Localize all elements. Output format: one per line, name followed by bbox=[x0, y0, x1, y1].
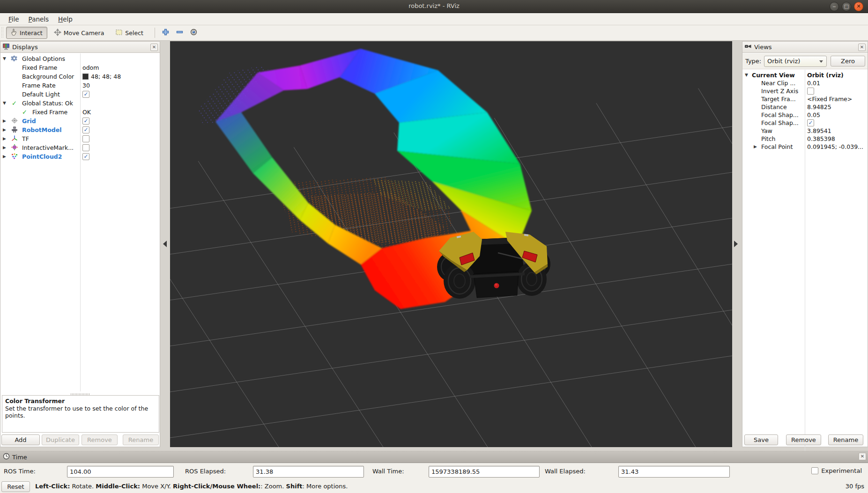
menu-file[interactable]: File bbox=[4, 15, 24, 23]
pointcloud-icon bbox=[11, 153, 18, 160]
tree-row-fixed-frame-status[interactable]: ✓ Fixed Frame OK bbox=[0, 108, 160, 117]
interact-tool-button[interactable]: Interact bbox=[6, 27, 47, 39]
toolbar-grip[interactable] bbox=[1, 27, 4, 38]
close-button[interactable]: ✕ bbox=[854, 2, 863, 11]
expander-closed-icon[interactable]: ▶ bbox=[3, 127, 7, 132]
tree-row-interactivemarkers[interactable]: ▶ InteractiveMark... bbox=[0, 143, 160, 152]
invert-z-checkbox[interactable] bbox=[807, 88, 814, 95]
displays-close-icon[interactable]: ✕ bbox=[150, 44, 158, 51]
move-camera-tool-button[interactable]: Move Camera bbox=[49, 27, 109, 39]
tree-row-pointcloud2[interactable]: ▶ PointCloud2 ✓ bbox=[0, 152, 160, 161]
time-panel: Time ✕ ROS Time: 104.00 ROS Elapsed: 31.… bbox=[0, 451, 868, 480]
move-camera-tool-label: Move Camera bbox=[64, 29, 104, 37]
displays-panel-header[interactable]: Displays ✕ bbox=[0, 42, 160, 53]
view-type-combobox[interactable]: Orbit (rviz) bbox=[764, 56, 827, 67]
save-view-button[interactable]: Save bbox=[744, 434, 778, 445]
expander-closed-icon[interactable]: ▶ bbox=[3, 154, 7, 159]
robot-model bbox=[437, 232, 550, 299]
time-close-icon[interactable]: ✕ bbox=[859, 453, 866, 460]
duplicate-display-button[interactable]: Duplicate bbox=[42, 434, 79, 445]
tree-row-default-light[interactable]: Default Light ✓ bbox=[0, 90, 160, 99]
expander-closed-icon[interactable]: ▶ bbox=[3, 118, 7, 123]
collapse-left-panel-arrow[interactable] bbox=[163, 241, 167, 247]
status-ok-check-icon: ✓ bbox=[22, 109, 30, 116]
add-tool-button[interactable] bbox=[160, 27, 172, 38]
menu-panels[interactable]: Panels bbox=[24, 15, 53, 23]
tree-row-focal-point[interactable]: ▶ Focal Point 0.091945; -0.039... bbox=[742, 142, 868, 151]
experimental-option: Experimental bbox=[811, 467, 862, 474]
minimize-button[interactable]: ‒ bbox=[830, 2, 839, 11]
monitor-icon bbox=[2, 43, 10, 52]
frame-rate-value[interactable]: 30 bbox=[82, 82, 90, 89]
tree-row-global-status[interactable]: ▼ ✓ Global Status: Ok bbox=[0, 99, 160, 108]
eye-icon bbox=[190, 29, 197, 37]
wall-time-input[interactable]: 1597338189.55 bbox=[429, 466, 540, 478]
displays-panel: Displays ✕ ▼ Global Options Fixed Frame … bbox=[0, 41, 160, 447]
toolbar-separator bbox=[155, 28, 155, 38]
experimental-checkbox[interactable] bbox=[811, 467, 818, 474]
tree-row-tf[interactable]: ▶ TF bbox=[0, 134, 160, 143]
select-tool-button[interactable]: Select bbox=[111, 27, 148, 39]
wall-elapsed-input[interactable]: 31.43 bbox=[618, 466, 730, 478]
tf-checkbox[interactable] bbox=[82, 135, 89, 142]
plus-icon bbox=[162, 29, 169, 37]
ros-time-input[interactable]: 104.00 bbox=[67, 466, 174, 478]
window-title: robot.rviz* - RViz bbox=[0, 2, 868, 9]
status-ok-check-icon: ✓ bbox=[12, 100, 19, 107]
view-type-row: Type: Orbit (rviz) Zero bbox=[742, 53, 868, 69]
expander-open-icon[interactable]: ▼ bbox=[3, 101, 7, 105]
tree-row-background-color[interactable]: Background Color 48; 48; 48 bbox=[0, 72, 160, 81]
color-swatch[interactable] bbox=[82, 74, 89, 80]
menu-help[interactable]: Help bbox=[53, 15, 77, 23]
reset-button[interactable]: Reset bbox=[1, 481, 30, 492]
zero-button[interactable]: Zero bbox=[831, 56, 865, 66]
add-display-button[interactable]: Add bbox=[1, 434, 40, 445]
views-panel-header[interactable]: Views ✕ bbox=[742, 42, 868, 53]
ros-elapsed-input[interactable]: 31.38 bbox=[253, 466, 364, 478]
tool-properties-button[interactable] bbox=[188, 27, 200, 38]
views-panel: Views ✕ Type: Orbit (rviz) Zero ▼ Curren… bbox=[742, 41, 868, 447]
expander-closed-icon[interactable]: ▶ bbox=[3, 145, 7, 150]
render-viewport-3d[interactable] bbox=[170, 41, 732, 447]
background-color-value[interactable]: 48; 48; 48 bbox=[91, 73, 121, 80]
grid-checkbox[interactable]: ✓ bbox=[82, 118, 89, 125]
default-light-checkbox[interactable]: ✓ bbox=[82, 91, 89, 98]
collapse-right-panel-arrow[interactable] bbox=[734, 241, 738, 247]
expander-open-icon[interactable]: ▼ bbox=[3, 56, 7, 61]
gear-icon bbox=[11, 55, 18, 62]
tf-axes-icon bbox=[11, 135, 18, 142]
time-panel-title: Time bbox=[12, 454, 27, 461]
views-panel-title: Views bbox=[754, 44, 772, 51]
property-help-box: Color Transformer Set the transformer to… bbox=[2, 395, 159, 433]
tree-row-frame-rate[interactable]: Frame Rate 30 bbox=[0, 81, 160, 90]
rename-view-button[interactable]: Rename bbox=[828, 434, 863, 445]
maximize-button[interactable]: □ bbox=[842, 2, 851, 11]
rename-display-button[interactable]: Rename bbox=[123, 434, 159, 445]
remove-tool-button[interactable] bbox=[174, 27, 186, 38]
tree-row-robotmodel[interactable]: ▶ RobotModel ✓ bbox=[0, 125, 160, 134]
expander-closed-icon[interactable]: ▶ bbox=[754, 144, 758, 149]
title-bar: robot.rviz* - RViz ‒ □ ✕ bbox=[0, 0, 868, 13]
expander-open-icon[interactable]: ▼ bbox=[745, 73, 749, 77]
remove-view-button[interactable]: Remove bbox=[786, 434, 821, 445]
hand-pointer-icon bbox=[11, 29, 17, 37]
time-panel-header[interactable]: Time ✕ bbox=[0, 451, 868, 463]
remove-display-button[interactable]: Remove bbox=[82, 434, 118, 445]
tree-row-grid[interactable]: ▶ Grid ✓ bbox=[0, 117, 160, 125]
tree-row-fixed-frame[interactable]: Fixed Frame odom bbox=[0, 63, 160, 72]
grid-display-icon bbox=[11, 117, 18, 125]
expander-closed-icon[interactable]: ▶ bbox=[3, 136, 7, 141]
pointcloud2-checkbox[interactable]: ✓ bbox=[82, 153, 89, 160]
views-camera-icon bbox=[744, 43, 752, 51]
focal-shape-checkbox[interactable]: ✓ bbox=[807, 119, 814, 126]
interactivemarkers-checkbox[interactable] bbox=[82, 144, 89, 151]
fixed-frame-value[interactable]: odom bbox=[82, 64, 99, 71]
views-close-icon[interactable]: ✕ bbox=[858, 44, 866, 51]
experimental-label: Experimental bbox=[821, 467, 862, 474]
interactive-marker-icon bbox=[11, 144, 18, 151]
status-bar: Reset Left-Click: Rotate. Middle-Click: … bbox=[0, 480, 868, 493]
rviz-window: robot.rviz* - RViz ‒ □ ✕ File Panels Hel… bbox=[0, 0, 868, 493]
tree-row-global-options[interactable]: ▼ Global Options bbox=[0, 54, 160, 63]
fixed-frame-status-value: OK bbox=[82, 109, 91, 116]
robotmodel-checkbox[interactable]: ✓ bbox=[82, 126, 89, 133]
